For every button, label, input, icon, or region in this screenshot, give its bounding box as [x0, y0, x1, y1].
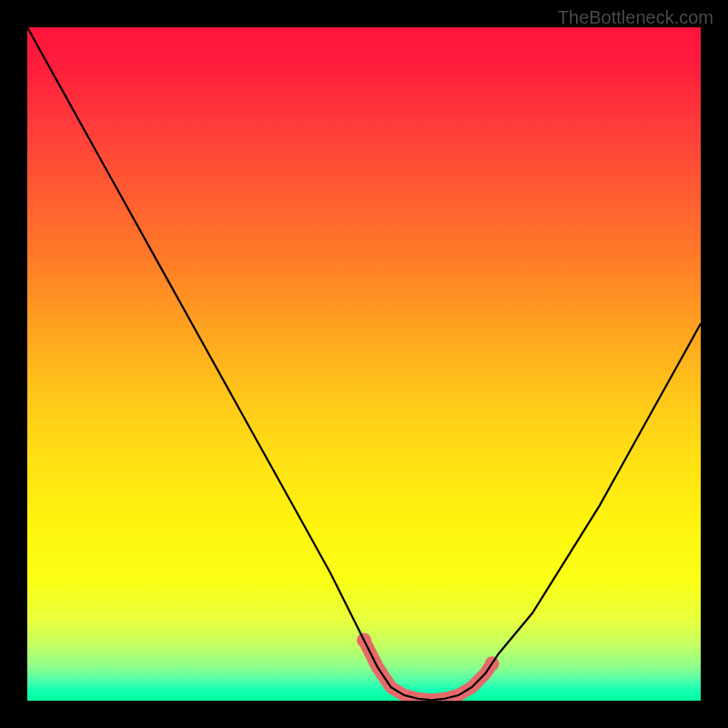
curve-layer	[27, 27, 701, 701]
chart-container: TheBottleneck.com	[0, 0, 728, 728]
plot-area	[27, 27, 701, 701]
watermark-text: TheBottleneck.com	[558, 7, 713, 28]
highlight-band-path	[364, 640, 492, 700]
main-curve-path	[27, 27, 701, 700]
